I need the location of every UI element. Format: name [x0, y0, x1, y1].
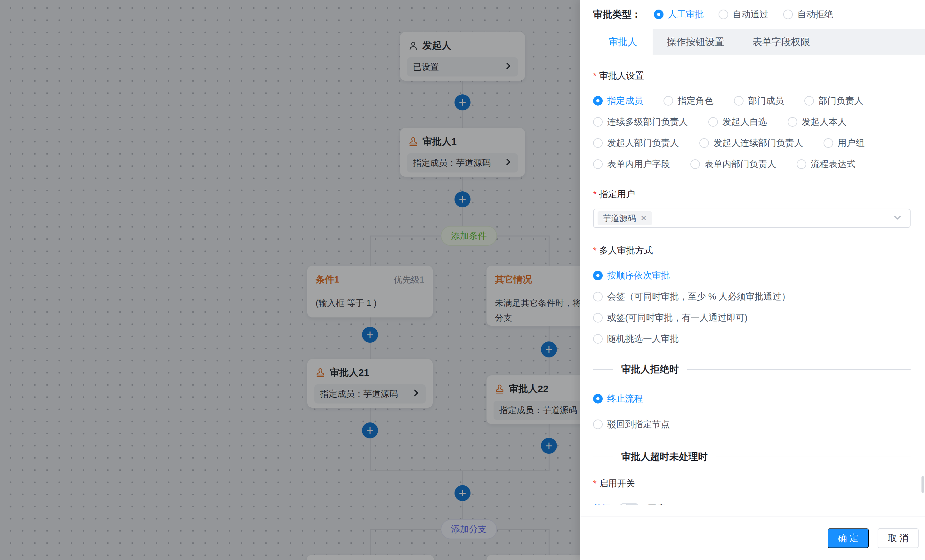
approve-type-label: 审批类型：	[593, 8, 641, 21]
radio-multi-level-dept-leader[interactable]: 连续多级部门负责人	[593, 116, 688, 128]
radio-auto-reject[interactable]: 自动拒绝	[783, 8, 833, 21]
reject-option: 终止流程	[593, 393, 911, 405]
assign-user-label: 指定用户	[593, 188, 911, 200]
radio-icon	[593, 96, 603, 105]
radio-icon	[788, 117, 797, 127]
tab-button-settings[interactable]: 操作按钮设置	[652, 29, 738, 55]
cancel-button[interactable]: 取 消	[878, 528, 919, 548]
approve-type-row: 审批类型： 人工审批 自动通过 自动拒绝	[580, 0, 925, 29]
radio-icon	[593, 334, 603, 344]
radio-return-to-node[interactable]: 驳回到指定节点	[593, 418, 670, 431]
chevron-down-icon	[893, 213, 902, 224]
multi-mode-label: 多人审批方式	[593, 244, 911, 257]
config-tabs: 审批人 操作按钮设置 表单字段权限	[593, 29, 925, 55]
radio-icon	[663, 96, 673, 105]
radio-assigned-role[interactable]: 指定角色	[663, 95, 713, 107]
drawer-footer: 确 定 取 消	[580, 516, 925, 560]
reject-divider: 审批人拒绝时	[593, 363, 911, 376]
radio-dept-leader[interactable]: 部门负责人	[804, 95, 863, 107]
switch-on-label: 开启	[648, 503, 666, 505]
approver-config-drawer: 审批类型： 人工审批 自动通过 自动拒绝 审批人 操作按钮设置	[580, 0, 925, 560]
approver-setting-label: 审批人设置	[593, 70, 911, 82]
radio-orsign[interactable]: 或签(可同时审批，有一人通过即可)	[593, 312, 748, 324]
scrollbar-thumb[interactable]	[922, 476, 924, 493]
radio-initiator-multi-dept-leader[interactable]: 发起人连续部门负责人	[699, 137, 803, 149]
radio-icon	[719, 10, 728, 19]
radio-icon	[593, 292, 603, 301]
radio-random-one[interactable]: 随机挑选一人审批	[593, 333, 679, 345]
radio-icon	[783, 10, 793, 19]
drawer-body[interactable]: 审批人设置 指定成员 指定角色 部门成员 部门负责人 连续多级部门负责人	[580, 55, 925, 505]
tab-approver[interactable]: 审批人	[593, 29, 652, 55]
reject-option: 驳回到指定节点	[593, 418, 911, 431]
radio-dept-member[interactable]: 部门成员	[734, 95, 784, 107]
timeout-switch-row: 关闭 开启	[593, 503, 911, 505]
radio-icon	[593, 313, 603, 322]
radio-auto-pass[interactable]: 自动通过	[719, 8, 768, 21]
timeout-divider: 审批人超时未处理时	[593, 450, 911, 464]
radio-icon	[797, 160, 806, 169]
radio-icon	[593, 117, 603, 127]
approver-setting-options-row: 表单内用户字段 表单内部门负责人 流程表达式	[593, 158, 911, 170]
radio-form-dept-leader[interactable]: 表单内部门负责人	[690, 158, 776, 170]
radio-icon	[699, 138, 709, 148]
tag-close-icon[interactable]: ✕	[640, 214, 647, 223]
approver-setting-options-row: 连续多级部门负责人 发起人自选 发起人本人	[593, 116, 911, 128]
radio-countersign[interactable]: 会签（可同时审批，至少 % 人必须审批通过）	[593, 291, 790, 303]
radio-icon	[654, 10, 663, 19]
radio-terminate-process[interactable]: 终止流程	[593, 393, 643, 405]
radio-icon	[593, 138, 603, 148]
radio-initiator-self[interactable]: 发起人本人	[788, 116, 847, 128]
radio-icon	[708, 117, 718, 127]
radio-initiator-dept-leader[interactable]: 发起人部门负责人	[593, 137, 679, 149]
assign-user-select[interactable]: 芋道源码 ✕	[593, 209, 911, 228]
timeout-toggle[interactable]	[619, 503, 640, 505]
selected-user-tag: 芋道源码 ✕	[598, 211, 652, 225]
workflow-designer-page: 发起人 已设置 + 审批人1 指定成员：芋道源码	[0, 0, 925, 560]
radio-icon	[824, 138, 833, 148]
radio-assigned-member[interactable]: 指定成员	[593, 95, 643, 107]
radio-initiator-choose[interactable]: 发起人自选	[708, 116, 767, 128]
radio-form-user-field[interactable]: 表单内用户字段	[593, 158, 670, 170]
radio-manual-approve[interactable]: 人工审批	[654, 8, 704, 21]
multi-mode-option: 或签(可同时审批，有一人通过即可)	[593, 312, 911, 324]
radio-icon	[690, 160, 700, 169]
radio-icon	[593, 394, 603, 403]
radio-icon	[734, 96, 744, 105]
tab-form-permissions[interactable]: 表单字段权限	[738, 29, 824, 55]
radio-icon	[593, 271, 603, 280]
radio-icon	[804, 96, 814, 105]
radio-process-expression[interactable]: 流程表达式	[797, 158, 856, 170]
enable-switch-label: 启用开关	[593, 477, 911, 489]
multi-mode-option: 随机挑选一人审批	[593, 333, 911, 345]
approver-setting-options-row: 指定成员 指定角色 部门成员 部门负责人	[593, 95, 911, 107]
radio-sequential-approve[interactable]: 按顺序依次审批	[593, 269, 670, 282]
switch-off-label: 关闭	[593, 503, 611, 505]
radio-icon	[593, 420, 603, 429]
multi-mode-option: 会签（可同时审批，至少 % 人必须审批通过）	[593, 291, 911, 303]
confirm-button[interactable]: 确 定	[828, 528, 869, 548]
approver-setting-options-row: 发起人部门负责人 发起人连续部门负责人 用户组	[593, 137, 911, 149]
radio-icon	[593, 160, 603, 169]
radio-user-group[interactable]: 用户组	[824, 137, 865, 149]
multi-mode-option: 按顺序依次审批	[593, 269, 911, 282]
